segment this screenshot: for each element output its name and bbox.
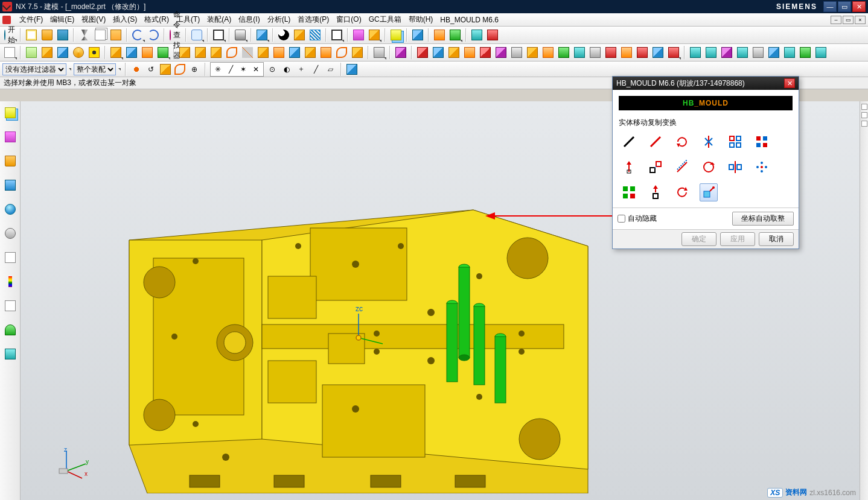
hb-surf7-button[interactable] [782, 45, 797, 60]
hb-surf5-button[interactable] [751, 45, 765, 60]
drafting-tab[interactable] [2, 298, 18, 314]
move-component-button[interactable] [351, 28, 366, 42]
dialog-ok-button[interactable]: 确定 [681, 232, 716, 246]
feature-replay-button[interactable] [372, 45, 386, 60]
redo-button[interactable] [146, 28, 161, 42]
snap-center-button[interactable]: ⊙ [266, 63, 278, 75]
hb-layer-button[interactable] [635, 45, 649, 60]
snap-endpoint-button[interactable]: ✳ [212, 63, 224, 75]
edge-blend-button[interactable] [225, 45, 239, 60]
close-button[interactable]: ✕ [852, 1, 866, 12]
open-button[interactable] [40, 28, 54, 42]
sphere-button[interactable] [156, 45, 170, 60]
hb-surf6-button[interactable] [767, 45, 781, 60]
hb-gate-button[interactable] [557, 45, 571, 60]
shaded-button[interactable] [233, 28, 247, 42]
assembly-navigator-tab[interactable] [2, 105, 18, 121]
rotate-button[interactable] [673, 133, 691, 151]
hb-surf4-button[interactable] [735, 45, 750, 60]
unite-button[interactable] [177, 45, 192, 60]
paste-button[interactable] [109, 28, 123, 42]
move-by-line-red-button[interactable] [646, 133, 665, 151]
draft-button[interactable] [256, 45, 270, 60]
hb-bom-button[interactable] [588, 45, 602, 60]
snap-existing-button[interactable]: ＋ [295, 63, 307, 75]
translate-xy-button[interactable] [700, 183, 718, 201]
menu-window[interactable]: 窗口(O) [333, 13, 365, 26]
block-button[interactable] [109, 45, 123, 60]
menu-hbmould[interactable]: HB_MOULD M6.6 [436, 14, 502, 25]
cut-button[interactable] [77, 28, 92, 42]
menu-assembly[interactable]: 装配(A) [203, 13, 235, 26]
menu-insert[interactable]: 插入(S) [109, 13, 141, 26]
reuse-library-tab[interactable] [2, 153, 18, 169]
snap-onface-button[interactable]: ▱ [324, 63, 336, 75]
hd3d-tab[interactable] [2, 177, 18, 193]
gc-bolt-button[interactable] [432, 28, 447, 42]
copy-button[interactable] [93, 28, 107, 42]
rotate-ccw-button[interactable] [673, 183, 691, 201]
auto-hide-checkbox[interactable]: 自动隐藏 [617, 214, 657, 224]
hb-stdpart-button[interactable] [431, 45, 445, 60]
pattern-button[interactable] [410, 28, 425, 42]
auto-hide-input[interactable] [617, 215, 625, 223]
start-button[interactable]: 开始 [2, 28, 17, 42]
assembly-nav-button[interactable] [389, 28, 403, 42]
shell-button[interactable] [272, 45, 286, 60]
snap-general-button[interactable] [130, 63, 142, 75]
hb-moldbase-button[interactable] [415, 45, 430, 60]
array-rect-button[interactable] [726, 133, 744, 151]
menu-help[interactable]: 帮助(H) [405, 13, 437, 26]
snap-toggle-button[interactable]: ↺ [145, 63, 157, 75]
measure-button[interactable] [470, 28, 484, 42]
dialog-close-button[interactable]: ✕ [784, 78, 795, 88]
hb-surf2-button[interactable] [704, 45, 718, 60]
chamfer-button[interactable] [240, 45, 255, 60]
roles-tab[interactable] [2, 322, 18, 338]
hb-surf1-button[interactable] [688, 45, 703, 60]
mirror-axis-button[interactable] [700, 133, 718, 151]
hb-screw-button[interactable] [447, 45, 461, 60]
render-tab[interactable] [2, 274, 18, 290]
menu-analysis[interactable]: 分析(L) [264, 13, 295, 26]
hb-lifter-button[interactable] [509, 45, 524, 60]
menu-file[interactable]: 文件(F) [16, 13, 46, 26]
rail-toggle-3[interactable] [861, 121, 867, 127]
wcs-button[interactable] [346, 63, 358, 75]
orient-button[interactable] [292, 28, 307, 42]
pattern-circular-button[interactable] [753, 158, 771, 176]
snap-midpoint-button[interactable]: ╱ [225, 63, 237, 75]
datum-plane-button[interactable] [24, 45, 39, 60]
move-point-button[interactable] [620, 158, 638, 176]
mdi-restore-button[interactable]: ▭ [843, 16, 854, 24]
menu-info[interactable]: 信息(I) [235, 13, 263, 26]
hb-attr-button[interactable] [604, 45, 618, 60]
trim-button[interactable] [287, 45, 302, 60]
hb-analyze-button[interactable] [394, 45, 408, 60]
gc-spring-button[interactable] [448, 28, 462, 42]
hb-slider-button[interactable] [494, 45, 508, 60]
move-along-button[interactable] [673, 158, 691, 176]
mirror-quad-button[interactable] [753, 133, 771, 151]
snap-other-button[interactable]: ⊕ [188, 63, 200, 75]
hb-color-button[interactable] [619, 45, 634, 60]
rotate-copy-button[interactable] [700, 158, 718, 176]
clip-button[interactable] [330, 28, 344, 42]
coord-auto-round-button[interactable]: 坐标自动取整 [732, 212, 794, 226]
menu-preferences[interactable]: 首选项(P) [294, 13, 333, 26]
image-tab[interactable] [2, 346, 18, 362]
revolve-button[interactable] [71, 45, 86, 60]
subtract-button[interactable] [193, 45, 208, 60]
fit-view-button[interactable] [211, 28, 226, 42]
hb-runner-button[interactable] [572, 45, 587, 60]
layer-button[interactable] [255, 28, 269, 42]
cylinder-button[interactable] [124, 45, 139, 60]
system-scene-tab[interactable] [2, 250, 18, 265]
snap-intersect-button[interactable]: ✕ [250, 63, 262, 75]
sketch-button[interactable] [2, 45, 17, 60]
hb-surf9-button[interactable] [814, 45, 828, 60]
object-info-button[interactable] [190, 28, 204, 42]
selection-scope-combo[interactable]: 整个装配 [74, 63, 116, 75]
mirror-copy-button[interactable] [726, 158, 744, 176]
menu-edit[interactable]: 编辑(E) [46, 13, 78, 26]
